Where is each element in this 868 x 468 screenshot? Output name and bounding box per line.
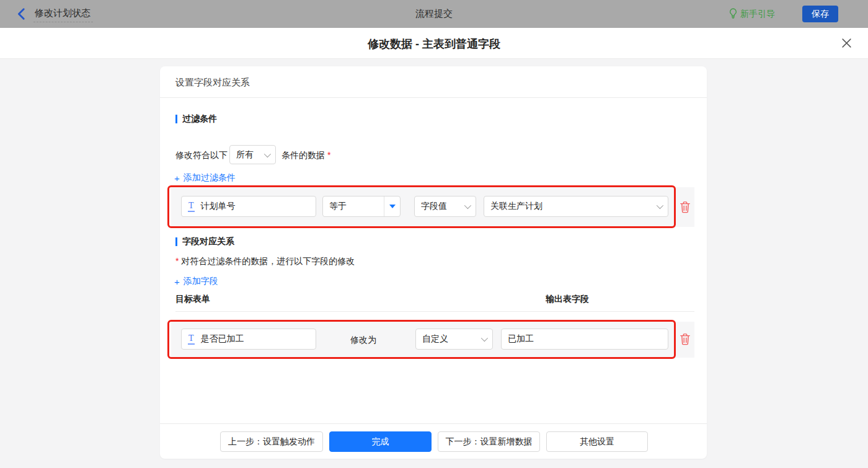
required-asterisk: * — [327, 150, 330, 160]
plus-icon: + — [174, 277, 180, 286]
screen: 修改计划状态 流程提交 新手引导 保存 修改数据 - 主表到普通字段 设置字段对… — [0, 0, 868, 468]
settings-panel: 设置字段对应关系 过滤条件 修改符合以下 所有 条件的数据 * + 添加过滤条件… — [160, 66, 707, 459]
mapping-description: * 对符合过滤条件的数据，进行以下字段的修改 — [175, 256, 355, 267]
delete-mapping-row-icon[interactable] — [680, 333, 691, 345]
add-field-label: 添加字段 — [184, 276, 218, 287]
modify-to-label: 修改为 — [350, 335, 376, 346]
mapping-field-value: 是否已加工 — [201, 333, 244, 345]
beginner-guide-label: 新手引导 — [740, 9, 775, 20]
back-icon[interactable] — [16, 8, 29, 20]
text-field-icon: T — [188, 201, 195, 212]
text-field-icon: T — [188, 334, 195, 345]
column-header-output: 输出表字段 — [546, 294, 589, 305]
chevron-down-icon — [264, 150, 271, 157]
section-accent-bar — [175, 237, 177, 246]
filter-value-type-select[interactable]: 字段值 — [414, 196, 476, 217]
add-filter-condition-label: 添加过滤条件 — [184, 172, 236, 183]
match-mode-select[interactable]: 所有 — [229, 145, 276, 164]
column-divider — [175, 311, 694, 312]
other-settings-button[interactable]: 其他设置 — [546, 431, 648, 452]
lightbulb-icon — [729, 8, 737, 21]
delete-filter-row-icon[interactable] — [680, 201, 691, 213]
caret-down-icon — [389, 205, 396, 208]
filter-field-value: 计划单号 — [201, 201, 236, 212]
filter-value: 关联生产计划 — [490, 201, 542, 212]
plus-icon: + — [174, 174, 180, 183]
save-button[interactable]: 保存 — [802, 6, 838, 22]
mapping-mode-select[interactable]: 自定义 — [415, 329, 493, 350]
panel-header-title: 设置字段对应关系 — [175, 77, 250, 89]
match-mode-value: 所有 — [236, 149, 254, 161]
panel-header: 设置字段对应关系 — [160, 66, 707, 98]
filter-value-select[interactable]: 关联生产计划 — [484, 196, 668, 217]
footer-divider — [160, 423, 707, 424]
next-step-button[interactable]: 下一步：设置新增数据 — [438, 431, 540, 452]
mapping-value-input[interactable] — [501, 329, 668, 350]
mapping-field-input[interactable]: T 是否已加工 — [181, 329, 316, 350]
section-accent-bar — [175, 115, 177, 123]
prev-step-button[interactable]: 上一步：设置触发动作 — [220, 431, 323, 452]
workflow-node-title[interactable]: 修改计划状态 — [33, 7, 93, 22]
column-header-target: 目标表单 — [175, 294, 210, 305]
chevron-down-icon — [481, 335, 488, 342]
add-filter-condition-link[interactable]: + 添加过滤条件 — [174, 172, 236, 183]
chevron-down-icon — [657, 202, 663, 209]
top-bar: 修改计划状态 流程提交 新手引导 保存 — [0, 0, 868, 28]
filter-operator-value: 等于 — [329, 201, 347, 212]
mapping-mode-value: 自定义 — [422, 333, 448, 345]
filter-section-title: 过滤条件 — [175, 113, 217, 125]
dialog-title: 修改数据 - 主表到普通字段 — [368, 37, 500, 51]
close-icon[interactable] — [841, 38, 854, 50]
add-field-link[interactable]: + 添加字段 — [174, 276, 218, 287]
finish-button[interactable]: 完成 — [329, 431, 432, 452]
operator-dropdown-button[interactable] — [384, 196, 400, 216]
filter-field-input[interactable]: T 计划单号 — [181, 196, 316, 217]
filter-operator-select[interactable]: 等于 — [322, 196, 401, 217]
match-prefix-label: 修改符合以下 — [175, 150, 228, 161]
page-title: 流程提交 — [415, 8, 453, 20]
filter-value-type: 字段值 — [421, 201, 447, 212]
chevron-down-icon — [464, 202, 471, 209]
dialog-header: 修改数据 - 主表到普通字段 — [0, 28, 868, 59]
required-asterisk: * — [175, 256, 179, 266]
mapping-section-title: 字段对应关系 — [175, 236, 234, 247]
beginner-guide-link[interactable]: 新手引导 — [729, 7, 775, 21]
match-suffix-label: 条件的数据 * — [281, 150, 330, 161]
